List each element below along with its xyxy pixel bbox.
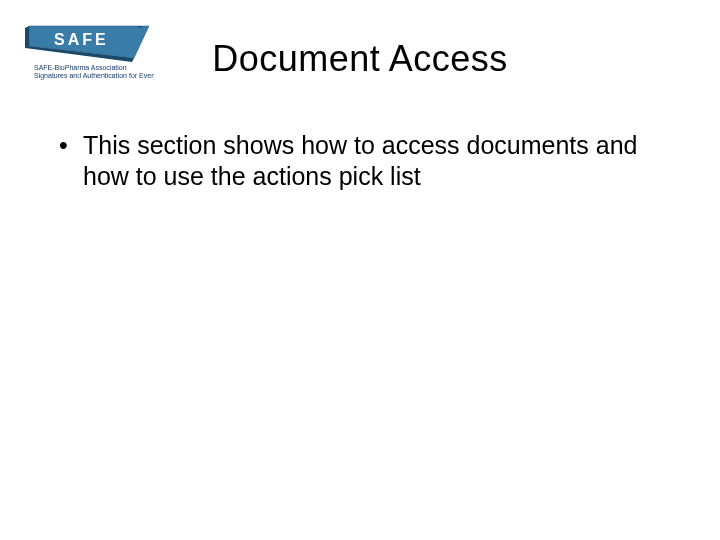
slide-body: This section shows how to access documen… <box>55 130 665 193</box>
svg-text:™: ™ <box>136 25 142 31</box>
bullet-item: This section shows how to access documen… <box>55 130 665 193</box>
slide-title: Document Access <box>0 38 720 80</box>
